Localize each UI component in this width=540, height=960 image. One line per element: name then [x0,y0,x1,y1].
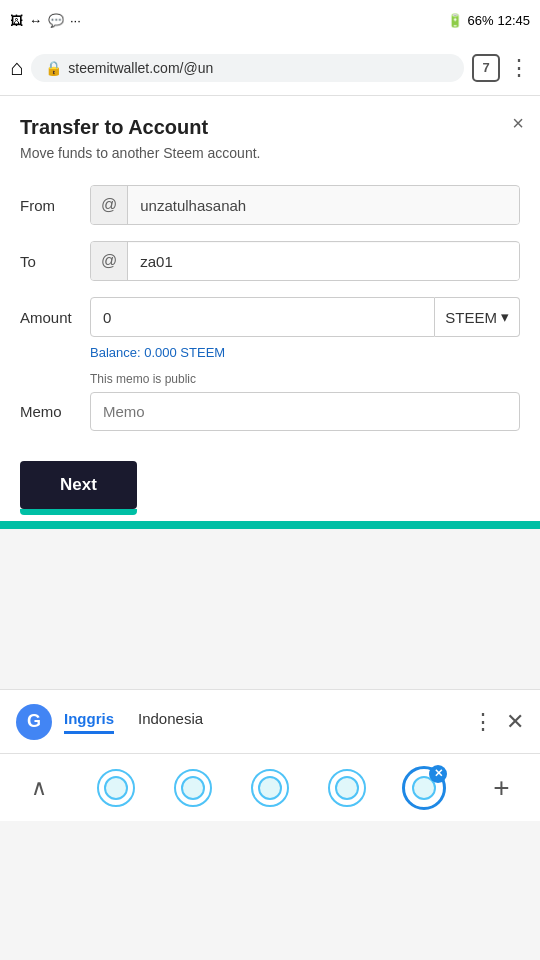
teal-accent-bar [0,521,540,529]
to-row: To @ [20,241,520,281]
translate-close-icon[interactable]: ✕ [506,709,524,735]
status-bar: 🖼 ↔ 💬 ··· 🔋 66% 12:45 [0,0,540,40]
tab-count[interactable]: 7 [472,54,500,82]
to-input-group: @ [90,241,520,281]
memo-row: Memo [20,392,520,431]
nav-icon-3[interactable] [248,766,292,810]
time-display: 12:45 [497,13,530,28]
circle-nav-5-active: ✕ [402,766,446,810]
memo-public-text: This memo is public [90,372,520,386]
translate-more-icon[interactable]: ⋮ [472,709,494,735]
nav-icon-4[interactable] [325,766,369,810]
google-translate-g: G [27,711,41,732]
memo-label: Memo [20,403,90,420]
currency-select[interactable]: STEEM ▾ [435,297,520,337]
amount-input-group: STEEM ▾ [90,297,520,337]
tab-indonesian[interactable]: Indonesia [138,710,203,734]
url-box[interactable]: 🔒 steemitwallet.com/@un [31,54,464,82]
image-icon: 🖼 [10,13,23,28]
transfer-icon: ↔ [29,13,42,28]
to-input[interactable] [128,243,519,280]
from-input[interactable] [128,187,519,224]
circle-nav-2 [174,769,212,807]
translate-tabs: Inggris Indonesia [64,710,460,734]
home-icon[interactable]: ⌂ [10,55,23,81]
nav-icon-2[interactable] [171,766,215,810]
to-at-symbol: @ [91,242,128,280]
back-button[interactable]: ∧ [17,766,61,810]
status-right: 🔋 66% 12:45 [447,13,530,28]
nav-icon-5-active[interactable]: ✕ [402,766,446,810]
translate-bar: G Inggris Indonesia ⋮ ✕ [0,689,540,753]
more-options-icon[interactable]: ⋮ [508,55,530,81]
circle-nav-4 [328,769,366,807]
to-label: To [20,253,90,270]
modal-title: Transfer to Account [20,116,520,139]
plus-icon: + [493,772,509,804]
from-label: From [20,197,90,214]
lock-icon: 🔒 [45,60,62,76]
whatsapp-icon: 💬 [48,13,64,28]
currency-label: STEEM [445,309,497,326]
amount-row: Amount STEEM ▾ [20,297,520,337]
memo-input[interactable] [90,392,520,431]
balance-text: Balance: 0.000 STEEM [90,345,520,360]
status-left: 🖼 ↔ 💬 ··· [10,13,81,28]
circle-nav-1 [97,769,135,807]
amount-label: Amount [20,309,90,326]
circle-nav-3 [251,769,289,807]
dots-icon: ··· [70,13,81,28]
next-button[interactable]: Next [20,461,137,509]
active-badge: ✕ [429,765,447,783]
amount-input[interactable] [90,297,435,337]
add-tab-button[interactable]: + [479,766,523,810]
close-button[interactable]: × [512,112,524,135]
transfer-modal: × Transfer to Account Move funds to anot… [0,96,540,529]
from-input-group: @ [90,185,520,225]
dropdown-arrow-icon: ▾ [501,308,509,326]
spacer [0,529,540,689]
battery-percent: 66% [467,13,493,28]
url-text: steemitwallet.com/@un [68,60,213,76]
chevron-up-icon: ∧ [31,775,47,801]
battery-icon: 🔋 [447,13,463,28]
bottom-nav: ∧ ✕ + [0,753,540,821]
from-at-symbol: @ [91,186,128,224]
nav-icon-1[interactable] [94,766,138,810]
translate-icon: G [16,704,52,740]
browser-bar: ⌂ 🔒 steemitwallet.com/@un 7 ⋮ [0,40,540,96]
from-row: From @ [20,185,520,225]
tab-english[interactable]: Inggris [64,710,114,734]
modal-subtitle: Move funds to another Steem account. [20,145,520,161]
